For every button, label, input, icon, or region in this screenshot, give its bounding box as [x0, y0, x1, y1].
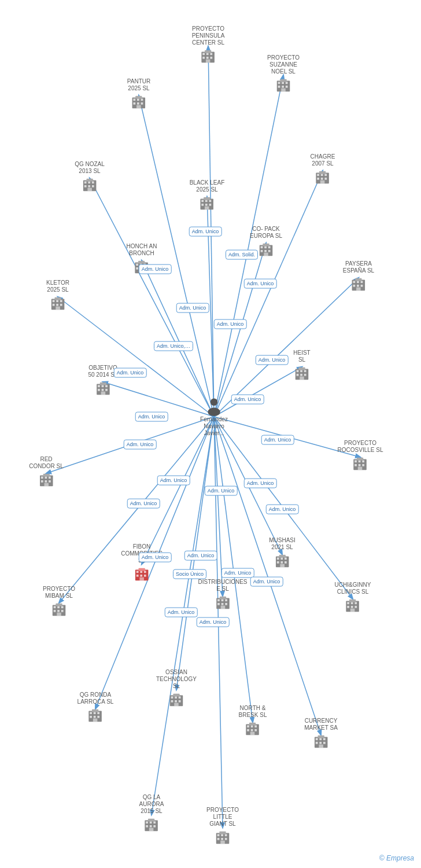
building-icon [344, 597, 361, 616]
svg-rect-83 [261, 246, 263, 248]
svg-rect-201 [175, 696, 177, 698]
svg-rect-156 [140, 571, 142, 573]
svg-rect-44 [281, 89, 286, 92]
svg-rect-29 [203, 53, 205, 55]
company-node-proyecto_peninsula[interactable]: PROYECTO PENINSULA CENTER SL [192, 25, 225, 67]
svg-rect-87 [264, 250, 267, 252]
company-node-paysera[interactable]: PAYSERA ESPAÑA SL [343, 260, 374, 295]
building-icon [352, 455, 369, 475]
svg-rect-168 [221, 603, 223, 605]
role-badge-5[interactable]: Adm. Unico [214, 319, 247, 329]
role-badge-15[interactable]: Adm. Unico [205, 486, 238, 496]
svg-rect-142 [363, 464, 365, 466]
svg-rect-51 [137, 102, 139, 105]
role-badge-6[interactable]: Adm. Unico,… [154, 341, 193, 351]
company-node-fibo_commodities[interactable]: FIBON COMMODITIES SL [121, 543, 163, 585]
company-node-proyecto_rocosville[interactable]: PROYECTO ROCOSVILLE SL [338, 440, 383, 475]
svg-rect-139 [363, 460, 365, 462]
role-badge-20[interactable]: Socio Único [173, 569, 206, 579]
center-person-node[interactable]: Fernandez Navarro Javier... [200, 395, 228, 438]
role-badge-8[interactable]: Adm. Unico [256, 355, 289, 365]
company-node-qg_nozal[interactable]: QG NOZAL 2013 SL [75, 161, 105, 196]
svg-rect-88 [268, 250, 271, 252]
company-node-proyecto_suzanne[interactable]: PROYECTO SUZANNE NOEL SL [267, 54, 300, 96]
company-node-qg_ronda[interactable]: QG RONDA LARROCA SL [77, 692, 114, 726]
company-node-proyecto_mibam[interactable]: PROYECTO MIBAM SL [43, 586, 75, 620]
svg-rect-153 [43, 474, 49, 477]
svg-rect-65 [84, 181, 87, 183]
company-label: HEIST SL [293, 350, 310, 363]
company-node-north_bresk[interactable]: NORTH & BRESK SL [239, 705, 267, 740]
svg-rect-126 [298, 367, 305, 370]
svg-rect-47 [134, 98, 136, 101]
company-node-black_leaf[interactable]: BLACK LEAF 2025 SL [190, 179, 225, 214]
role-badge-3[interactable]: Adm. Unico [139, 264, 172, 274]
company-node-heist[interactable]: HEIST SL [293, 350, 311, 384]
company-node-mushasi[interactable]: MUSHASI 2021 SL [269, 537, 296, 572]
svg-rect-195 [57, 610, 60, 612]
role-badge-0[interactable]: Adm. Unico [189, 227, 222, 237]
company-node-currency_market[interactable]: CURRENCY MARKET SA [304, 718, 338, 752]
svg-rect-104 [353, 285, 356, 287]
role-badge-9[interactable]: Adm. Unico [231, 395, 264, 404]
company-node-pantur_2025[interactable]: PANTUR 2025 SL [127, 78, 150, 113]
watermark-text: Empresa [386, 854, 414, 862]
role-badge-4[interactable]: Adm. Unico [176, 303, 209, 313]
company-label: CO- PACK EUROPA SL [250, 226, 282, 240]
svg-rect-218 [90, 712, 93, 714]
role-badge-14[interactable]: Adm. Unico [127, 499, 160, 509]
role-badge-21[interactable]: Adm. Unico [221, 568, 254, 578]
role-badge-11[interactable]: Adm. Unico [124, 440, 157, 450]
svg-rect-202 [179, 696, 181, 698]
svg-rect-92 [136, 263, 139, 266]
building-icon [50, 601, 68, 620]
svg-rect-213 [251, 729, 253, 731]
company-label: PROYECTO SUZANNE NOEL SL [267, 54, 300, 75]
svg-rect-141 [359, 464, 361, 466]
svg-rect-206 [174, 703, 179, 707]
role-badge-7[interactable]: Adm. Unico [114, 368, 147, 378]
svg-rect-200 [171, 696, 173, 698]
role-badge-16[interactable]: Adm. Unico [244, 479, 277, 488]
company-node-qg_la_aurora[interactable]: QG LA AURORA 2015 SL [139, 794, 164, 836]
svg-rect-78 [205, 204, 208, 206]
company-node-proyecto_little_giant[interactable]: PROYECTO LITTLE GIANT SL [206, 807, 239, 848]
svg-rect-160 [144, 575, 146, 577]
role-badge-22[interactable]: Adm. Unico [250, 577, 283, 587]
svg-rect-137 [355, 460, 357, 462]
role-badge-18[interactable]: Adm. Unico [139, 553, 172, 562]
role-badge-12[interactable]: Adm. Unico [261, 435, 294, 445]
company-node-uchi_ginny[interactable]: UCHI&GINNY CLINICS SL [335, 582, 371, 616]
svg-rect-182 [348, 602, 350, 604]
svg-rect-212 [248, 729, 250, 731]
company-label: CHAGRE 2007 SL [311, 153, 335, 167]
role-badge-19[interactable]: Adm. Unico [184, 551, 217, 561]
svg-rect-222 [94, 716, 96, 718]
role-badge-23[interactable]: Adm. Unico [165, 608, 198, 617]
company-label: PROYECTO PENINSULA CENTER SL [192, 25, 225, 46]
role-badge-17[interactable]: Adm. Unico [266, 505, 299, 514]
building-icon [257, 241, 275, 260]
company-node-chagre_2007[interactable]: CHAGRE 2007 SL [311, 153, 335, 188]
company-node-ossian_technology[interactable]: OSSIAN TECHNOLOGY SL [156, 669, 197, 711]
role-badge-13[interactable]: Adm. Unico [157, 476, 190, 486]
role-badge-2[interactable]: Adm. Unico [244, 279, 277, 289]
svg-rect-43 [286, 86, 288, 88]
company-label: PAYSERA ESPAÑA SL [343, 260, 374, 274]
svg-rect-243 [148, 819, 154, 822]
svg-rect-151 [49, 480, 51, 483]
svg-rect-123 [300, 374, 302, 376]
svg-rect-166 [225, 599, 227, 601]
company-node-kletor_2025[interactable]: KLETOR 2025 SL [46, 279, 69, 314]
company-node-red_condor[interactable]: RED CONDOR SL [29, 456, 63, 491]
company-label: PROYECTO ROCOSVILLE SL [338, 440, 383, 454]
role-badge-24[interactable]: Adm. Unico [197, 617, 230, 627]
svg-rect-230 [316, 742, 318, 744]
building-icon [350, 275, 367, 295]
role-badge-1[interactable]: Adm. Solid. [226, 250, 258, 260]
svg-rect-167 [217, 603, 220, 605]
company-node-distribuciones[interactable]: DISTRIBUCIONES E SL [198, 579, 247, 613]
svg-rect-110 [53, 300, 55, 302]
role-badge-10[interactable]: Adm. Unico [135, 412, 168, 422]
svg-rect-223 [98, 716, 100, 718]
